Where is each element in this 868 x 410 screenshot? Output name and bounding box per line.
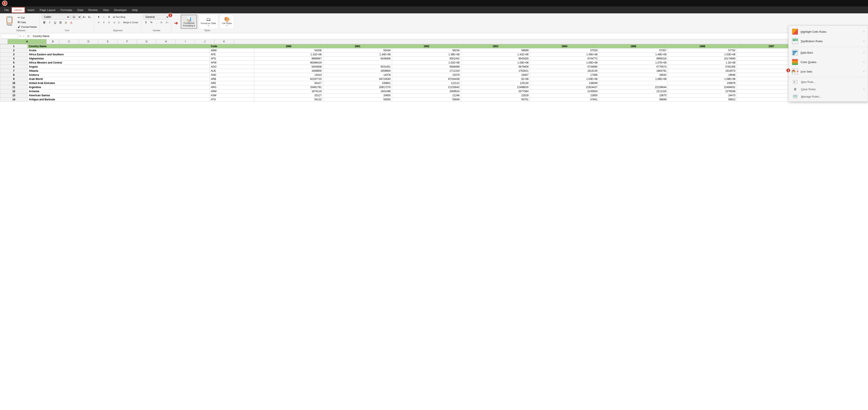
- menu-review[interactable]: Review: [86, 7, 100, 12]
- table-row[interactable]: 1Country NameCode19601961196219631964196…: [0, 44, 868, 49]
- data-cell[interactable]: AGO: [209, 65, 254, 69]
- col-header-H[interactable]: H: [156, 39, 176, 44]
- data-cell[interactable]: ARB: [209, 77, 254, 81]
- data-cell[interactable]: 5531451: [323, 65, 392, 69]
- col-header-F[interactable]: F: [118, 39, 137, 44]
- data-cell[interactable]: 100801: [323, 81, 392, 85]
- data-cell[interactable]: 125130: [461, 81, 530, 85]
- data-cell[interactable]: 9744772: [530, 57, 599, 61]
- conditional-formatting-button[interactable]: 📊 ConditionalFormatting ▾: [181, 14, 197, 29]
- cell-styles-button[interactable]: 🎨 Cell Styles ▾: [220, 14, 234, 29]
- data-cell[interactable]: 55849: [392, 98, 461, 102]
- align-middle-button[interactable]: ↕: [101, 14, 106, 20]
- table-row[interactable]: 4AfghanistanAFG8996967916940693514429543…: [0, 57, 868, 61]
- table-row[interactable]: 11ArgentinaARG20481781208172702115304221…: [0, 85, 868, 89]
- data-cell[interactable]: 159979: [668, 81, 737, 85]
- data-cell[interactable]: Argentina: [28, 85, 209, 89]
- data-cell[interactable]: 21246: [392, 93, 461, 98]
- table-row[interactable]: 10United Arab EmiratesARE924171008011121…: [0, 81, 868, 85]
- data-cell[interactable]: 1711319: [392, 69, 461, 73]
- align-center-button[interactable]: ≡: [101, 20, 106, 25]
- data-cell[interactable]: 94724540: [323, 77, 392, 81]
- data-cell[interactable]: AFE: [209, 53, 254, 57]
- data-cell[interactable]: 2211316: [599, 89, 668, 93]
- data-cell[interactable]: 1814135: [530, 69, 599, 73]
- data-cell[interactable]: 1.1E+08: [668, 61, 737, 65]
- data-cell[interactable]: 15379: [392, 73, 461, 77]
- data-cell[interactable]: ALB: [209, 69, 254, 73]
- decrease-indent-button[interactable]: ◁: [112, 20, 117, 25]
- decrease-decimal-button[interactable]: .0←: [160, 20, 164, 25]
- data-cell[interactable]: Code: [209, 44, 254, 49]
- data-cell[interactable]: 18542: [599, 73, 668, 77]
- align-top-button[interactable]: ⬆: [96, 14, 101, 20]
- align-right-button[interactable]: ≡: [106, 20, 111, 25]
- new-rule-item[interactable]: ✦ New Rule...: [788, 78, 868, 86]
- data-cell[interactable]: 1.03E+08: [530, 77, 599, 81]
- data-cell[interactable]: 57702: [668, 49, 737, 53]
- data-cell[interactable]: 57357: [599, 49, 668, 53]
- col-header-I[interactable]: I: [176, 39, 195, 44]
- border-button[interactable]: ⊞: [58, 20, 63, 25]
- comma-button[interactable]: ,: [154, 20, 159, 25]
- data-cell[interactable]: 1.05E+08: [530, 61, 599, 65]
- cut-button[interactable]: ✂ Cut: [17, 15, 38, 20]
- menu-home[interactable]: Home: [11, 7, 25, 13]
- data-cell[interactable]: 56701: [461, 98, 530, 102]
- data-cell[interactable]: 1.45E+08: [530, 53, 599, 57]
- data-cell[interactable]: 57029: [530, 49, 599, 53]
- data-cell[interactable]: 22494031: [668, 85, 737, 89]
- data-cell[interactable]: 1.31E+08: [254, 53, 323, 57]
- data-cell[interactable]: 21488916: [461, 85, 530, 89]
- data-cell[interactable]: 55005: [323, 98, 392, 102]
- table-row[interactable]: 8AndorraAND13410143781537916407174661854…: [0, 73, 868, 77]
- data-cell[interactable]: ARM: [209, 89, 254, 93]
- font-color-button[interactable]: A: [69, 20, 74, 25]
- data-cell[interactable]: [323, 61, 392, 65]
- menu-view[interactable]: View: [100, 7, 111, 12]
- data-cell[interactable]: 14378: [323, 73, 392, 77]
- table-row[interactable]: 13American SamoaASM201272060521246220292…: [0, 93, 868, 98]
- menu-file[interactable]: File: [2, 7, 11, 12]
- data-cell[interactable]: 1961: [323, 44, 392, 49]
- data-cell[interactable]: United Arab Emirates: [28, 81, 209, 85]
- data-cell[interactable]: 1.07E+08: [599, 61, 668, 65]
- table-row[interactable]: 9Arab WorldARB9219771594724540973344381E…: [0, 77, 868, 81]
- format-painter-button[interactable]: 🖌 Format Painter: [17, 25, 38, 29]
- data-cell[interactable]: 5454938: [254, 65, 323, 69]
- data-cell[interactable]: AFW: [209, 61, 254, 65]
- merge-center-button[interactable]: Merge & Center: [122, 20, 140, 25]
- data-cell[interactable]: 2009524: [392, 89, 461, 93]
- copy-button[interactable]: ⧉ Copy: [17, 20, 38, 24]
- wrap-text-button[interactable]: ab Text Wrap: [112, 14, 127, 20]
- col-header-A[interactable]: A: [8, 39, 46, 44]
- data-cell[interactable]: 59912: [668, 98, 737, 102]
- color-scales-item[interactable]: Color Scales ›: [788, 57, 868, 67]
- paste-button[interactable]: 📋 Paste: [3, 14, 16, 27]
- col-header-K[interactable]: K: [215, 39, 234, 44]
- data-cell[interactable]: Country Name: [28, 44, 209, 49]
- manage-rules-item[interactable]: Manage Rules...: [788, 93, 868, 100]
- data-cell[interactable]: 54132: [254, 98, 323, 102]
- increase-font-button[interactable]: A↑: [82, 14, 87, 20]
- data-cell[interactable]: 1963: [461, 44, 530, 49]
- font-size-select[interactable]: 11: [71, 14, 82, 20]
- data-cell[interactable]: American Samoa: [28, 93, 209, 98]
- data-cell[interactable]: 2276038: [668, 89, 737, 93]
- menu-data[interactable]: Data: [75, 7, 86, 12]
- name-box[interactable]: [1, 34, 18, 38]
- data-cell[interactable]: 9169406: [323, 57, 392, 61]
- data-cell[interactable]: Armenia: [28, 89, 209, 93]
- formula-input[interactable]: [32, 35, 867, 38]
- data-cell[interactable]: AFG: [209, 57, 254, 61]
- data-cell[interactable]: 1.03E+08: [461, 61, 530, 65]
- align-bottom-button[interactable]: ⬇: [106, 14, 111, 20]
- increase-decimal-button[interactable]: .0→: [165, 20, 170, 25]
- data-cell[interactable]: 22850: [530, 93, 599, 98]
- percent-button[interactable]: %: [149, 20, 154, 25]
- data-cell[interactable]: Aruba: [28, 49, 209, 53]
- underline-button[interactable]: U: [53, 20, 58, 25]
- data-cell[interactable]: ASM: [209, 93, 254, 98]
- top-bottom-rules-item[interactable]: 10 Top/Bottom Rules ›: [788, 36, 868, 46]
- data-cell[interactable]: 20817270: [323, 85, 392, 89]
